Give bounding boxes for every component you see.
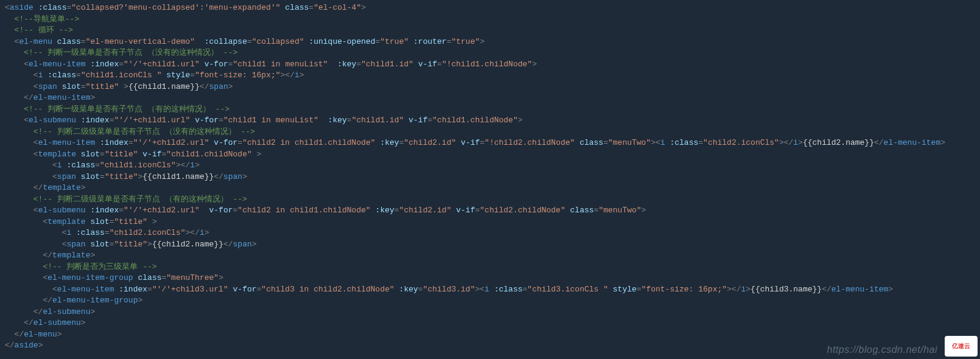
logo-text: 亿速云 [952, 341, 970, 352]
watermark-text: https://blog.csdn.net/hai [827, 344, 938, 356]
logo-badge: 亿速云 [945, 336, 978, 357]
code-block: <aside :class="collapsed?'menu-collapsed… [0, 0, 980, 352]
